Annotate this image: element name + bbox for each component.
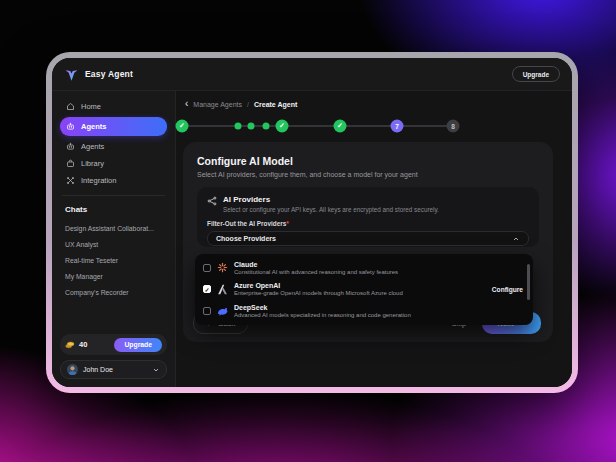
integration-icon	[66, 176, 75, 185]
chat-item[interactable]: Real-time Teseter	[60, 252, 167, 268]
choose-providers-select[interactable]: Choose Providers	[207, 231, 529, 246]
coins-icon	[65, 340, 75, 349]
provider-texts: Azure OpenAI Enterprise-grade OpenAI mod…	[234, 282, 403, 296]
azure-openai-icon	[217, 284, 228, 295]
azure-openai-checkbox[interactable]: ✓	[203, 285, 211, 293]
dropdown-scrollbar[interactable]	[527, 264, 530, 300]
provider-texts: DeepSeek Advanced AI models specialized …	[234, 304, 411, 318]
robot-icon	[66, 122, 75, 131]
panel-title: Configure AI Model	[197, 155, 539, 167]
step-complete[interactable]: ✓	[176, 119, 189, 132]
card-title: AI Providers	[223, 195, 439, 204]
app-body: Home Agents Agents Library	[52, 91, 572, 387]
network-nodes-icon	[207, 196, 217, 206]
robot-icon	[66, 142, 75, 151]
sidebar-divider	[62, 195, 165, 196]
credits-count: 40	[79, 340, 87, 349]
provider-row-azure-openai[interactable]: ✓ Azure OpenAI Enterprise-grade OpenAI m…	[203, 282, 523, 296]
back-chevron-icon[interactable]: ‹	[185, 100, 188, 108]
user-menu[interactable]: John Doe	[60, 360, 167, 379]
card-header: AI Providers Select or configure your AP…	[207, 195, 529, 213]
configure-provider-button[interactable]: Configure	[492, 286, 523, 293]
chevron-up-icon	[512, 235, 520, 243]
provider-name: DeepSeek	[234, 304, 411, 311]
step-sub-dot[interactable]	[235, 122, 242, 129]
sidebar-upgrade-button[interactable]: Upgrade	[114, 338, 162, 352]
breadcrumb-current: Create Agent	[254, 101, 297, 108]
provider-description: Constitutional AI with advanced reasonin…	[234, 269, 398, 275]
step-current[interactable]: 7	[391, 119, 404, 132]
chat-item[interactable]: My Manager	[60, 268, 167, 284]
avatar	[67, 364, 78, 375]
wizard-stepper: ✓ ✓ ✓ 7 8	[176, 118, 572, 133]
sidebar-item-agents[interactable]: Agents	[60, 138, 167, 155]
filter-providers-label: Filter-Out the AI Providers*	[207, 220, 529, 227]
providers-dropdown: ✓ Claude Constitutional AI with a	[195, 254, 533, 325]
provider-row-claude[interactable]: ✓ Claude Constitutional AI with a	[203, 261, 523, 275]
card-header-text: AI Providers Select or configure your AP…	[223, 195, 439, 213]
filter-label-text: Filter-Out the AI Providers	[207, 220, 286, 227]
main-content: ‹ Manage Agents / Create Agent ✓ ✓ ✓ 7	[176, 91, 572, 387]
sidebar-item-agents-active[interactable]: Agents	[60, 117, 167, 136]
provider-texts: Claude Constitutional AI with advanced r…	[234, 261, 398, 275]
app-window: Easy Agent Upgrade Home Agents	[52, 58, 572, 387]
step-sub-dot[interactable]	[248, 122, 255, 129]
provider-description: Advanced AI models specialized in reason…	[234, 312, 411, 318]
user-name: John Doe	[83, 366, 113, 373]
sidebar-item-label: Home	[81, 102, 101, 111]
card-subtitle: Select or configure your API keys. All k…	[223, 206, 439, 213]
chevron-down-icon	[152, 366, 160, 374]
configure-ai-model-panel: Configure AI Model Select AI providers, …	[183, 142, 553, 342]
easy-agent-logo-icon	[64, 67, 79, 82]
provider-name: Azure OpenAI	[234, 282, 403, 289]
sidebar-item-integration[interactable]: Integration	[60, 172, 167, 189]
app-header: Easy Agent Upgrade	[52, 58, 572, 91]
claude-icon	[217, 262, 228, 273]
chat-item[interactable]: UX Analyst	[60, 236, 167, 252]
required-asterisk: *	[286, 220, 289, 227]
chat-item[interactable]: Company's Recorder	[60, 284, 167, 300]
provider-description: Enterprise-grade OpenAI models through M…	[234, 290, 403, 296]
step-complete[interactable]: ✓	[334, 119, 347, 132]
header-upgrade-button[interactable]: Upgrade	[512, 66, 560, 82]
stepper-line	[182, 125, 454, 127]
app-window-frame: Easy Agent Upgrade Home Agents	[46, 52, 578, 393]
sidebar-item-home[interactable]: Home	[60, 98, 167, 115]
step-complete[interactable]: ✓	[276, 119, 289, 132]
provider-name: Claude	[234, 261, 398, 268]
claude-checkbox[interactable]: ✓	[203, 264, 211, 272]
chat-item[interactable]: Design Assistant Collaborat...	[60, 220, 167, 236]
brand-name: Easy Agent	[85, 69, 133, 79]
home-icon	[66, 102, 75, 111]
sidebar: Home Agents Agents Library	[52, 91, 176, 387]
panel-subtitle: Select AI providers, configure them, and…	[197, 171, 539, 178]
step-upcoming[interactable]: 8	[447, 119, 460, 132]
deepseek-checkbox[interactable]: ✓	[203, 307, 211, 315]
ai-providers-card: AI Providers Select or configure your AP…	[197, 187, 539, 247]
sidebar-item-library[interactable]: Library	[60, 155, 167, 172]
step-sub-dot[interactable]	[263, 122, 270, 129]
breadcrumb-parent[interactable]: Manage Agents	[193, 101, 242, 108]
breadcrumb: ‹ Manage Agents / Create Agent	[176, 100, 572, 108]
sidebar-item-label: Library	[81, 159, 104, 168]
select-value: Choose Providers	[216, 235, 276, 242]
breadcrumb-separator: /	[247, 101, 249, 108]
sidebar-item-label: Agents	[81, 122, 106, 131]
checkbox-check-icon: ✓	[204, 286, 209, 293]
provider-row-deepseek[interactable]: ✓ DeepSeek Advanced AI models specialize…	[203, 304, 523, 318]
sidebar-item-label: Integration	[81, 176, 116, 185]
bag-icon	[66, 159, 75, 168]
desktop-background: Easy Agent Upgrade Home Agents	[0, 0, 616, 462]
credits-box: 40 Upgrade	[60, 334, 167, 355]
sidebar-item-label: Agents	[81, 142, 104, 151]
deepseek-icon	[217, 306, 228, 317]
chats-heading: Chats	[65, 205, 167, 214]
